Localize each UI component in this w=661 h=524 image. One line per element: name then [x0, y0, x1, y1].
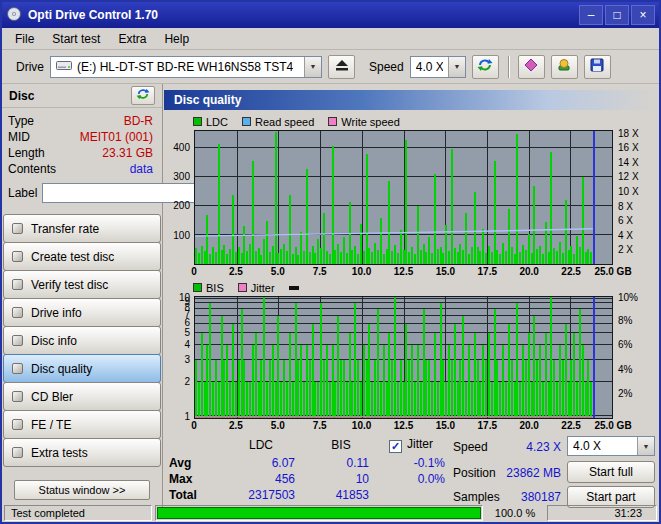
jitter-toggle[interactable]: ✓Jitter	[389, 437, 433, 452]
x-axis-label: 2.5	[229, 420, 243, 431]
refresh-icon	[136, 88, 150, 103]
ldc-y-axis-left: 400300200100	[165, 130, 194, 265]
drive-select[interactable]: (E:) HL-DT-ST BD-RE WH16NS58 TST4 ▼	[50, 56, 322, 78]
bis-column-header: BIS	[313, 438, 369, 453]
sidebar-item-create-test-disc[interactable]: Create test disc	[3, 242, 161, 271]
y-axis-label: 200	[173, 201, 190, 211]
sidebar-item-extra-tests[interactable]: Extra tests	[3, 438, 161, 467]
drive-icon	[56, 60, 72, 74]
sidebar-item-label: CD Bler	[31, 390, 73, 404]
sidebar-item-label: Transfer rate	[31, 222, 99, 236]
sidebar-item-disc-quality[interactable]: Disc quality	[3, 354, 161, 383]
x-axis-label: 10.0	[352, 266, 371, 277]
jitter-line	[195, 297, 612, 418]
disc-quality-panel: Disc quality LDCRead speedWrite speed 40…	[163, 84, 659, 508]
chevron-down-icon[interactable]: ▼	[304, 57, 321, 77]
ldc-legend: LDCRead speedWrite speed	[165, 114, 657, 129]
chevron-down-icon[interactable]: ▼	[637, 437, 654, 455]
x-axis-label: 5.0	[271, 420, 285, 431]
x-axis-label: 25.0 GB	[594, 266, 631, 277]
title-bar: Opti Drive Control 1.70 – □ ×	[2, 2, 659, 28]
disc-type-label: Type	[8, 114, 66, 128]
x-axis-label: 20.0	[519, 266, 538, 277]
start-full-button[interactable]: Start full	[567, 461, 655, 483]
legend-swatch	[242, 117, 251, 126]
test-speed-select[interactable]: 4.0 X ▼	[567, 436, 655, 456]
speed-select-value: 4.0 X	[416, 60, 443, 74]
ldc-y-axis-right: 18 X16 X14 X12 X10 X8 X6 X4 X2 X	[613, 130, 657, 265]
x-axis-label: 15.0	[436, 420, 455, 431]
save-icon	[590, 58, 604, 75]
menu-file[interactable]: File	[6, 29, 43, 49]
x-axis-label: 0	[191, 420, 197, 431]
menu-help[interactable]: Help	[155, 29, 198, 49]
avg-row-label: Avg	[169, 456, 213, 471]
progress-bar	[155, 505, 483, 521]
disc-quality-icon	[12, 363, 23, 374]
bis-total-value: 41853	[313, 488, 369, 503]
x-axis-label: 2.5	[229, 266, 243, 277]
sidebar-item-fe-te[interactable]: FE / TE	[3, 410, 161, 439]
y-axis-label: 10 X	[618, 187, 639, 197]
sidebar-item-label: Create test disc	[31, 250, 114, 264]
y-axis-label: 16 X	[618, 143, 639, 153]
progress-fill	[157, 507, 481, 519]
progress-percent: 100.0 %	[486, 505, 544, 521]
sidebar-item-label: Verify test disc	[31, 278, 108, 292]
disc-mid-value: MEIT01 (001)	[66, 130, 156, 144]
disc-section-title: Disc	[9, 89, 34, 103]
maximize-button[interactable]: □	[605, 5, 629, 25]
y-axis-label: 4 X	[618, 231, 633, 241]
legend-item: BIS	[193, 282, 224, 294]
menu-extra[interactable]: Extra	[109, 29, 155, 49]
speed-label: Speed	[369, 60, 404, 74]
x-axis-label: 20.0	[519, 420, 538, 431]
erase-disc-button[interactable]	[518, 55, 545, 79]
panel-title: Disc quality	[164, 90, 657, 110]
legend-line-marker	[289, 286, 299, 290]
sidebar-item-disc-info[interactable]: Disc info	[3, 326, 161, 355]
ldc-column-header: LDC	[227, 438, 295, 453]
speed-select[interactable]: 4.0 X ▼	[410, 56, 466, 78]
ldc-chart: LDCRead speedWrite speed 400300200100 18…	[165, 114, 657, 278]
window-title: Opti Drive Control 1.70	[28, 8, 577, 22]
speed-result-value: 4.23 X	[495, 440, 561, 455]
sidebar-item-label: Drive info	[31, 306, 82, 320]
ldc-total-value: 2317503	[227, 488, 295, 503]
sidebar-item-transfer-rate[interactable]: Transfer rate	[3, 214, 161, 243]
legend-swatch	[193, 117, 202, 126]
jitter-checkbox[interactable]: ✓	[389, 440, 402, 453]
sidebar-item-verify-test-disc[interactable]: Verify test disc	[3, 270, 161, 299]
sidebar-item-label: Extra tests	[31, 446, 88, 460]
y-axis-label: 4	[184, 340, 190, 350]
disc-contents-link[interactable]: data	[66, 162, 156, 176]
x-axis-label: 5.0	[271, 266, 285, 277]
read-speed-line	[195, 131, 612, 264]
y-axis-label: 6 X	[618, 216, 633, 226]
transfer-rate-icon	[12, 223, 23, 234]
y-axis-label: 10%	[618, 293, 638, 303]
y-axis-label: 6%	[618, 340, 632, 350]
minimize-button[interactable]: –	[579, 5, 603, 25]
rescan-button[interactable]	[472, 55, 499, 79]
jitter-max-value: 0.0%	[387, 472, 445, 487]
legend-swatch	[238, 283, 247, 292]
menu-start-test[interactable]: Start test	[43, 29, 109, 49]
disc-mid-label: MID	[8, 130, 66, 144]
eject-button[interactable]	[328, 55, 355, 79]
preferences-button[interactable]	[551, 55, 578, 79]
legend-swatch	[193, 283, 202, 292]
drive-select-value: (E:) HL-DT-ST BD-RE WH16NS58 TST4	[77, 60, 293, 74]
y-axis-label: 8%	[618, 316, 632, 326]
save-button[interactable]	[584, 55, 611, 79]
refresh-disc-button[interactable]	[131, 86, 155, 105]
status-window-button[interactable]: Status window >>	[14, 480, 150, 500]
cd-bler-icon	[12, 391, 23, 402]
sidebar-item-cd-bler[interactable]: CD Bler	[3, 382, 161, 411]
refresh-icon	[477, 58, 493, 75]
sidebar-item-drive-info[interactable]: Drive info	[3, 298, 161, 327]
chevron-down-icon[interactable]: ▼	[448, 57, 465, 77]
legend-swatch	[328, 117, 337, 126]
x-axis-label: 25.0 GB	[594, 420, 631, 431]
close-button[interactable]: ×	[631, 5, 655, 25]
